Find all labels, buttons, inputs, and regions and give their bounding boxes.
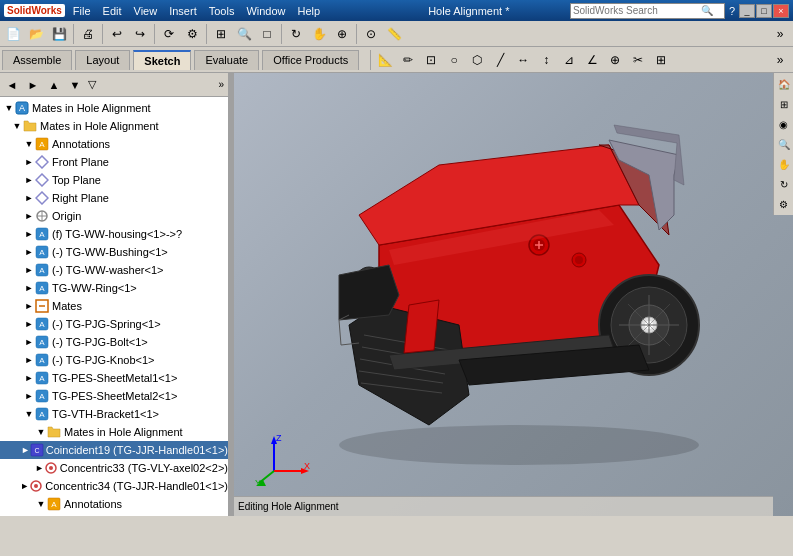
t2-more[interactable]: » [769,49,791,71]
search-input[interactable] [571,5,701,16]
sketch-btn8[interactable]: ↕ [535,49,557,71]
tree-item-4[interactable]: ►Top Plane [0,171,228,189]
sketch-btn6[interactable]: ╱ [489,49,511,71]
menu-file[interactable]: File [69,5,95,17]
redo-button[interactable]: ↪ [129,23,151,45]
sketch-btn1[interactable]: 📐 [374,49,396,71]
expander-18[interactable]: ▼ [36,427,46,437]
sketch-btn11[interactable]: ⊕ [604,49,626,71]
open-button[interactable]: 📂 [25,23,47,45]
tree-item-14[interactable]: ►A(-) TG-PJG-Knob<1> [0,351,228,369]
search-bar[interactable]: 🔍 [570,3,725,19]
tab-office-products[interactable]: Office Products [262,50,359,70]
rebuild-button[interactable]: ⟳ [158,23,180,45]
rt-view2[interactable]: ◉ [775,115,793,133]
expander-16[interactable]: ► [24,391,34,401]
tab-evaluate[interactable]: Evaluate [194,50,259,70]
sketch-btn2[interactable]: ✏ [397,49,419,71]
help-icon[interactable]: ? [729,5,735,17]
minimize-button[interactable]: _ [739,4,755,18]
sketch-btn12[interactable]: ✂ [627,49,649,71]
close-button[interactable]: × [773,4,789,18]
toolbar-more[interactable]: » [769,23,791,45]
tree-item-5[interactable]: ►Right Plane [0,189,228,207]
rt-settings[interactable]: ⚙ [775,195,793,213]
tree-item-3[interactable]: ►Front Plane [0,153,228,171]
sketch-btn4[interactable]: ○ [443,49,465,71]
expander-10[interactable]: ► [24,283,34,293]
expander-6[interactable]: ► [24,211,34,221]
lp-btn3[interactable]: ▲ [44,75,64,95]
expander-root[interactable]: ▼ [4,103,14,113]
expander-21[interactable]: ► [20,481,29,491]
rt-home[interactable]: 🏠 [775,75,793,93]
sketch-btn10[interactable]: ∠ [581,49,603,71]
expander-19[interactable]: ► [21,445,30,455]
lp-btn1[interactable]: ◄ [2,75,22,95]
tree-item-6[interactable]: ►Origin [0,207,228,225]
rt-view1[interactable]: ⊞ [775,95,793,113]
menu-view[interactable]: View [130,5,162,17]
expander-9[interactable]: ► [24,265,34,275]
3d-viewport[interactable]: Z X Y 🏠 ⊞ ◉ 🔍 ✋ ↻ ⚙ Editing Hole Alignme… [234,73,793,516]
sketch-btn13[interactable]: ⊞ [650,49,672,71]
tree-item-17[interactable]: ▼ATG-VTH-Bracket1<1> [0,405,228,423]
expander-22[interactable]: ▼ [36,499,46,509]
expander-3[interactable]: ► [24,157,34,167]
sketch-btn3[interactable]: ⊡ [420,49,442,71]
print-button[interactable]: 🖨 [77,23,99,45]
zoom-to-fit[interactable]: ⊞ [210,23,232,45]
zoom-btn2[interactable]: ⊕ [331,23,353,45]
search-icon[interactable]: 🔍 [701,5,713,16]
menu-help[interactable]: Help [294,5,325,17]
menu-tools[interactable]: Tools [205,5,239,17]
expander-12[interactable]: ► [24,319,34,329]
sketch-btn5[interactable]: ⬡ [466,49,488,71]
expander-5[interactable]: ► [24,193,34,203]
tree-item-19[interactable]: ►CCoincident19 (TG-JJR-Handle01<1>) [0,441,228,459]
rt-pan[interactable]: ✋ [775,155,793,173]
rt-zoom[interactable]: 🔍 [775,135,793,153]
tree-item-22[interactable]: ▼AAnnotations [0,495,228,513]
tab-layout[interactable]: Layout [75,50,130,70]
expander-4[interactable]: ► [24,175,34,185]
tree-item-11[interactable]: ►Mates [0,297,228,315]
expander-15[interactable]: ► [24,373,34,383]
expander-17[interactable]: ▼ [24,409,34,419]
pan-button[interactable]: ✋ [308,23,330,45]
tree-item-7[interactable]: ►A(f) TG-WW-housing<1>->? [0,225,228,243]
menu-insert[interactable]: Insert [165,5,201,17]
options-button[interactable]: ⚙ [181,23,203,45]
menu-edit[interactable]: Edit [99,5,126,17]
undo-button[interactable]: ↩ [106,23,128,45]
expander-8[interactable]: ► [24,247,34,257]
sketch-btn9[interactable]: ⊿ [558,49,580,71]
tree-item-1[interactable]: ▼Mates in Hole Alignment [0,117,228,135]
expander-20[interactable]: ► [35,463,44,473]
sketch-btn7[interactable]: ↔ [512,49,534,71]
tree-item-2[interactable]: ▼AAnnotations [0,135,228,153]
expander-2[interactable]: ▼ [24,139,34,149]
tree-item-18[interactable]: ▼Mates in Hole Alignment [0,423,228,441]
tree-item-15[interactable]: ►ATG-PES-SheetMetal1<1> [0,369,228,387]
expander-11[interactable]: ► [24,301,34,311]
view-orient[interactable]: □ [256,23,278,45]
new-button[interactable]: 📄 [2,23,24,45]
filter-toggle[interactable]: ▽ [88,78,96,91]
tree-item-16[interactable]: ►ATG-PES-SheetMetal2<1> [0,387,228,405]
tree-item-20[interactable]: ►Concentric33 (TG-VLY-axel02<2>) [0,459,228,477]
tree-item-8[interactable]: ►A(-) TG-WW-Bushing<1> [0,243,228,261]
tree-item-13[interactable]: ►A(-) TG-PJG-Bolt<1> [0,333,228,351]
lp-btn4[interactable]: ▼ [65,75,85,95]
rotate-button[interactable]: ↻ [285,23,307,45]
tree-item-9[interactable]: ►A(-) TG-WW-washer<1> [0,261,228,279]
tree-item-21[interactable]: ►Concentric34 (TG-JJR-Handle01<1>) [0,477,228,495]
save-button[interactable]: 💾 [48,23,70,45]
expander-1[interactable]: ▼ [12,121,22,131]
expander-14[interactable]: ► [24,355,34,365]
tree-item-10[interactable]: ►ATG-WW-Ring<1> [0,279,228,297]
expander-13[interactable]: ► [24,337,34,347]
maximize-button[interactable]: □ [756,4,772,18]
lp-btn2[interactable]: ► [23,75,43,95]
expander-7[interactable]: ► [24,229,34,239]
